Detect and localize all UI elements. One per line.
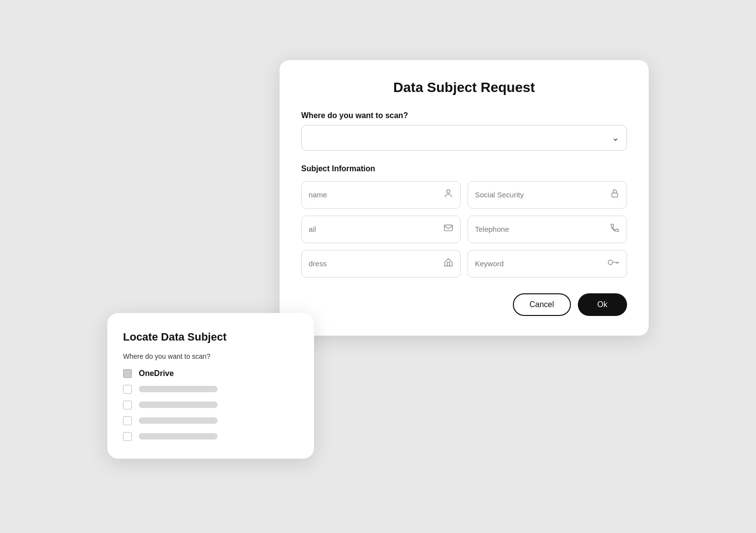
check-list: OneDrive — [123, 369, 298, 441]
name-field-wrap — [301, 181, 461, 209]
main-dialog-title: Data Subject Request — [301, 80, 627, 95]
svg-rect-1 — [612, 193, 618, 197]
sub-scan-where-label: Where do you want to scan? — [123, 352, 298, 360]
sub-dialog-title: Locate Data Subject — [123, 331, 298, 344]
lock-icon — [610, 188, 620, 201]
email-input[interactable] — [309, 225, 440, 233]
dialog-footer: Cancel Ok — [301, 293, 627, 316]
phone-icon — [610, 223, 620, 235]
main-dialog: Data Subject Request Where do you want t… — [280, 60, 649, 336]
checkbox-item4[interactable] — [123, 416, 132, 425]
keyword-field-wrap — [468, 250, 627, 278]
svg-point-3 — [608, 260, 613, 265]
email-field-wrap — [301, 216, 461, 243]
address-input[interactable] — [309, 259, 440, 268]
check-placeholder-3 — [139, 402, 218, 408]
cancel-button[interactable]: Cancel — [513, 293, 571, 316]
subject-info-label: Subject Information — [301, 164, 627, 173]
name-input[interactable] — [309, 190, 440, 199]
check-placeholder-4 — [139, 417, 218, 424]
telephone-input[interactable] — [475, 225, 606, 233]
list-item[interactable] — [123, 385, 298, 394]
svg-point-0 — [447, 190, 450, 193]
key-icon — [608, 258, 620, 269]
list-item[interactable] — [123, 416, 298, 425]
email-icon — [443, 223, 453, 235]
scan-dropdown[interactable] — [301, 125, 627, 151]
scan-dropdown-container: ⌄ — [301, 125, 627, 151]
telephone-field-wrap — [468, 216, 627, 243]
list-item[interactable] — [123, 401, 298, 409]
keyword-input[interactable] — [475, 259, 604, 268]
checkbox-item2[interactable] — [123, 385, 132, 394]
check-placeholder-2 — [139, 386, 218, 392]
address-field-wrap — [301, 250, 461, 278]
ok-button[interactable]: Ok — [578, 293, 627, 316]
sub-dialog: Locate Data Subject Where do you want to… — [107, 313, 314, 459]
list-item[interactable] — [123, 432, 298, 441]
social-security-field-wrap — [468, 181, 627, 209]
list-item[interactable]: OneDrive — [123, 369, 298, 378]
check-label-onedrive: OneDrive — [139, 369, 174, 378]
checkbox-item3[interactable] — [123, 401, 132, 409]
scan-where-label: Where do you want to scan? — [301, 111, 627, 120]
check-placeholder-5 — [139, 433, 218, 439]
social-security-input[interactable] — [475, 190, 606, 199]
fields-grid — [301, 181, 627, 278]
home-icon — [443, 257, 453, 270]
checkbox-item5[interactable] — [123, 432, 132, 441]
svg-rect-2 — [444, 225, 453, 231]
person-icon — [443, 188, 453, 201]
checkbox-onedrive[interactable] — [123, 369, 132, 378]
